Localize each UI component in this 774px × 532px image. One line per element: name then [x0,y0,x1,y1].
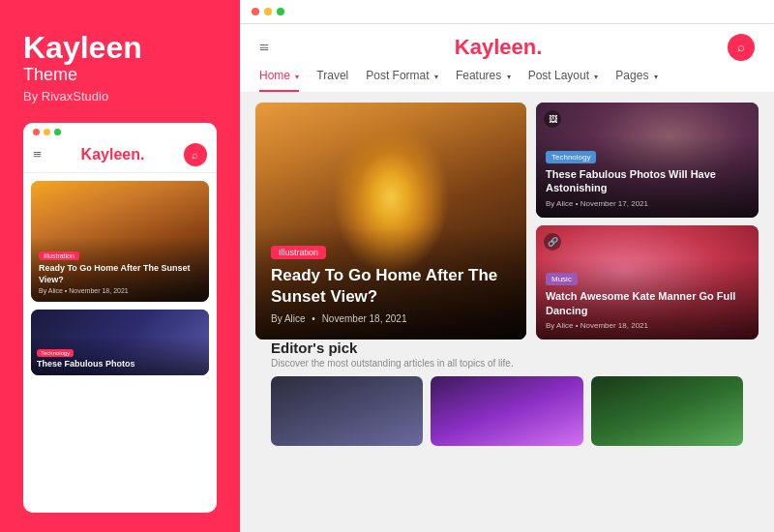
mobile-main-card-meta: By Alice • November 18, 2021 [39,287,201,294]
mobile-logo: Kayleen. [81,146,145,163]
site-hamburger-icon[interactable]: ≡ [259,38,269,58]
dot-green [54,129,61,135]
main-card-author: By Alice [271,313,306,324]
browser-dot-red [252,8,259,15]
mobile-small-card-overlay: Technology These Fabulous Photos [31,336,209,376]
side-card-2-meta: By Alice • November 18, 2021 [546,321,749,330]
brand-by-label: By RivaxStudio [23,89,217,103]
mobile-preview-bar [23,123,217,139]
brand-title: Kayleen Theme By RivaxStudio [23,31,217,123]
browser-bar [240,0,774,24]
mobile-main-card-badge: Illustration [39,251,79,260]
nav-item-travel[interactable]: Travel [316,69,348,92]
side-card-1-icon: 🖼 [544,110,561,128]
side-card-2-date: November 18, 2021 [580,321,648,330]
site-logo: Kayleen. [455,35,543,60]
editors-pick-subtitle: Discover the most outstanding articles i… [271,358,743,369]
content-area: Illustration Ready To Go Home After The … [240,93,774,532]
side-card-2[interactable]: 🔗 Music Watch Awesome Kate Manner Go Ful… [536,225,759,340]
main-card-badge: Illustration [271,246,326,259]
mobile-hamburger-icon[interactable]: ≡ [33,146,42,163]
side-cards: 🖼 Technology These Fabulous Photos Will … [536,103,759,340]
site-logo-dot: . [536,35,542,59]
mobile-header: ≡ Kayleen. ⌕ [23,139,217,173]
editors-pick-title: Editor's pick [271,340,743,356]
side-card-1[interactable]: 🖼 Technology These Fabulous Photos Will … [536,103,759,218]
main-card[interactable]: Illustration Ready To Go Home After The … [255,103,526,340]
mobile-preview: ≡ Kayleen. ⌕ Illustration Ready To Go Ho… [23,123,217,513]
main-card-title: Ready To Go Home After The Sunset View? [271,265,511,308]
mobile-logo-text: Kayleen [81,146,140,163]
editors-card-1[interactable] [271,376,423,446]
main-card-meta: By Alice • November 18, 2021 [271,313,511,324]
site-logo-text: Kayleen [455,35,536,59]
side-card-1-overlay: Technology These Fabulous Photos Will Ha… [536,136,759,218]
left-panel: Kayleen Theme By RivaxStudio ≡ Kayleen. … [0,0,240,532]
site-header-top: ≡ Kayleen. ⌕ [259,34,755,61]
main-card-overlay: Illustration Ready To Go Home After The … [255,226,526,340]
site-nav: Home ▾ Travel Post Format ▾ Features ▾ P… [259,69,755,92]
side-card-1-meta: By Alice • November 17, 2021 [546,199,749,208]
nav-item-pages[interactable]: Pages ▾ [615,69,657,92]
brand-name: Kayleen [23,31,217,65]
main-card-date: November 18, 2021 [322,313,407,324]
dot-red [33,129,40,135]
site-search-button[interactable]: ⌕ [728,34,755,61]
mobile-main-card-title: Ready To Go Home After The Sunset View? [39,263,201,285]
editors-section: Editor's pick Discover the most outstand… [255,340,759,446]
mobile-small-card-badge: Technology [37,349,74,357]
meta-separator: • [312,313,317,324]
editors-card-2[interactable] [431,376,582,446]
mobile-main-card: Illustration Ready To Go Home After The … [31,181,209,302]
side-card-2-author: By Alice [546,321,573,330]
mobile-main-card-overlay: Illustration Ready To Go Home After The … [31,237,209,302]
side-card-1-date: November 17, 2021 [580,199,648,208]
side-card-2-title: Watch Awesome Kate Manner Go Full Dancin… [546,289,749,317]
right-panel: ≡ Kayleen. ⌕ Home ▾ Travel Post Format ▾… [240,0,774,532]
side-card-1-title: These Fabulous Photos Will Have Astonish… [546,167,749,195]
mobile-search-button[interactable]: ⌕ [184,143,207,166]
editors-card-3[interactable] [591,376,743,446]
nav-item-post-layout[interactable]: Post Layout ▾ [528,69,599,92]
nav-item-home[interactable]: Home ▾ [259,69,299,92]
mobile-small-card: Technology These Fabulous Photos [31,310,209,375]
side-card-1-badge: Technology [546,151,596,163]
site-header: ≡ Kayleen. ⌕ Home ▾ Travel Post Format ▾… [240,24,774,93]
side-card-2-overlay: Music Watch Awesome Kate Manner Go Full … [536,258,759,340]
browser-dot-green [277,8,284,15]
side-card-2-badge: Music [546,273,578,285]
mobile-small-card-title: These Fabulous Photos [37,359,203,370]
content-grid: Illustration Ready To Go Home After The … [255,103,759,340]
side-card-2-icon: 🔗 [544,233,561,251]
browser-dot-yellow [264,8,272,15]
side-card-1-author: By Alice [546,199,573,208]
nav-item-post-format[interactable]: Post Format ▾ [366,69,438,92]
mobile-logo-dot: . [140,146,144,163]
editors-grid [271,376,743,446]
brand-theme-label: Theme [23,65,217,85]
dot-yellow [44,129,50,135]
nav-item-features[interactable]: Features ▾ [456,69,511,92]
